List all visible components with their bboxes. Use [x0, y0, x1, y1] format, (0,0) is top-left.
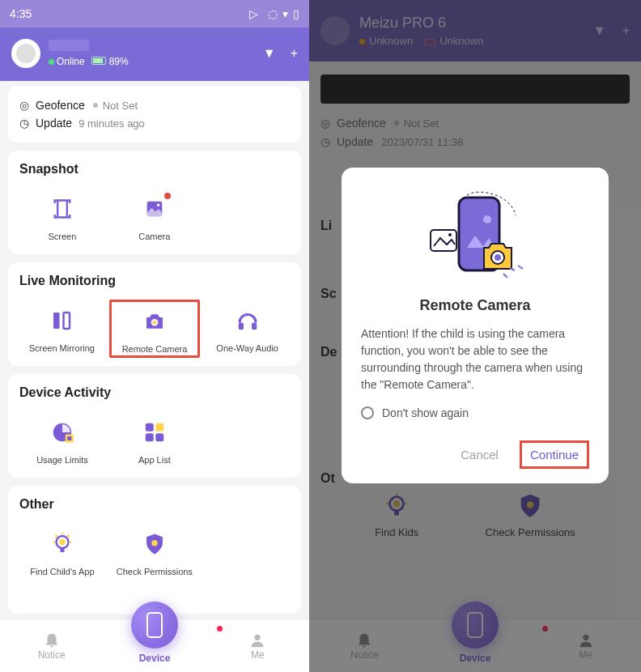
- svg-rect-12: [146, 423, 154, 432]
- svg-rect-15: [155, 433, 163, 441]
- shield-icon: [138, 528, 171, 560]
- svg-rect-3: [53, 313, 60, 329]
- nav-label: Device: [139, 653, 171, 664]
- screen-right: Meizu PRO 6 Unknown Unknown ▼ + ◎ Geofen…: [309, 0, 641, 672]
- snapshot-camera[interactable]: Camera: [108, 188, 201, 246]
- svg-point-17: [59, 539, 66, 546]
- geofence-icon: ◎: [19, 99, 36, 112]
- item-label: App List: [138, 455, 171, 465]
- avatar[interactable]: [11, 39, 40, 68]
- nav-label: Me: [251, 649, 265, 661]
- geofence-row[interactable]: ◎ Geofence Not Set: [19, 99, 290, 112]
- modal-body: Attention! If the child is using the cam…: [361, 325, 589, 393]
- section-title: Device Activity: [16, 385, 293, 400]
- live-monitoring-section: Live Monitoring Screen Mirroring Remote …: [8, 262, 301, 366]
- svg-rect-20: [50, 645, 53, 647]
- add-device-icon[interactable]: +: [291, 46, 298, 61]
- bulb-icon: [46, 528, 79, 560]
- device-activity-section: Device Activity Usage Limits App List: [8, 374, 301, 478]
- continue-button[interactable]: Continue: [520, 440, 589, 469]
- nav-device[interactable]: Device: [103, 619, 206, 672]
- one-way-audio[interactable]: One-Way Audio: [202, 300, 293, 358]
- dont-show-checkbox[interactable]: Don't show again: [361, 406, 589, 419]
- svg-point-6: [153, 321, 157, 325]
- bell-icon: [43, 632, 61, 649]
- update-row[interactable]: ◷ Update 9 minutes ago: [19, 117, 290, 130]
- notification-dot-icon: [217, 626, 223, 632]
- screen-mirroring[interactable]: Screen Mirroring: [16, 300, 108, 358]
- person-icon: [248, 632, 266, 649]
- status-time: 4:35: [10, 7, 32, 20]
- device-header: Online 89% ▼ +: [0, 28, 309, 81]
- circle-icon: ◌: [268, 7, 278, 20]
- radio-icon: [361, 406, 374, 419]
- item-label: Usage Limits: [36, 455, 88, 465]
- snapshot-section: Snapshot Screen Camera: [8, 151, 301, 254]
- screen-left: 4:35 ▷ ◌ ▾ ▯ Online 89% ▼ + ◎ Geofence N…: [0, 0, 309, 672]
- status-bar: 4:35 ▷ ◌ ▾ ▯: [0, 0, 309, 28]
- play-icon: ▷: [249, 7, 258, 20]
- usage-limits[interactable]: Usage Limits: [16, 411, 108, 470]
- other-section: Other Find Child's App Check Permissions: [8, 486, 301, 614]
- dropdown-caret-icon[interactable]: ▼: [263, 46, 276, 61]
- dont-show-label: Don't show again: [382, 406, 469, 419]
- svg-point-28: [483, 215, 491, 223]
- snapshot-screen[interactable]: Screen: [16, 188, 108, 246]
- svg-point-21: [255, 634, 261, 640]
- nav-device-button[interactable]: [131, 602, 178, 649]
- camera-polaroid-icon: [138, 193, 171, 225]
- find-childs-app[interactable]: Find Child's App: [16, 523, 108, 581]
- nav-label: Notice: [38, 649, 66, 661]
- svg-rect-8: [252, 323, 257, 330]
- svg-rect-14: [146, 433, 154, 441]
- remote-camera[interactable]: Remote Camera: [109, 300, 201, 358]
- modal-illustration: [361, 187, 589, 284]
- svg-rect-18: [60, 548, 64, 552]
- check-permissions[interactable]: Check Permissions: [108, 523, 201, 581]
- modal-title: Remote Camera: [361, 297, 589, 314]
- app-list-icon: [138, 416, 171, 449]
- svg-point-30: [448, 233, 452, 236]
- svg-rect-4: [64, 313, 70, 329]
- device-name-blurred: [49, 40, 89, 51]
- battery-status: 89%: [91, 56, 129, 67]
- svg-rect-7: [238, 323, 243, 330]
- camera-icon: [138, 305, 171, 338]
- headphones-icon: [231, 304, 264, 337]
- svg-point-19: [151, 540, 158, 547]
- battery-icon: ▯: [293, 7, 299, 20]
- usage-limits-icon: [46, 416, 79, 449]
- svg-rect-11: [67, 436, 71, 440]
- section-title: Other: [16, 497, 293, 512]
- remote-camera-modal: Remote Camera Attention! If the child is…: [342, 168, 609, 483]
- info-card: ◎ Geofence Not Set ◷ Update 9 minutes ag…: [8, 86, 301, 142]
- item-label: One-Way Audio: [216, 343, 278, 353]
- section-title: Snapshot: [16, 162, 293, 177]
- online-status: Online: [49, 56, 85, 67]
- section-title: Live Monitoring: [16, 274, 293, 288]
- item-label: Camera: [138, 232, 170, 241]
- item-label: Find Child's App: [30, 567, 94, 576]
- item-label: Screen: [49, 232, 77, 241]
- svg-rect-13: [155, 423, 163, 432]
- item-label: Remote Camera: [122, 344, 188, 354]
- item-label: Screen Mirroring: [29, 343, 95, 353]
- svg-point-32: [495, 254, 501, 261]
- nav-notice[interactable]: Notice: [0, 619, 103, 672]
- app-list[interactable]: App List: [108, 411, 201, 470]
- svg-point-2: [157, 204, 160, 207]
- clock-icon: ◷: [19, 117, 36, 130]
- badge-icon: [163, 191, 172, 201]
- svg-rect-0: [57, 201, 67, 218]
- item-label: Check Permissions: [117, 567, 193, 576]
- wifi-icon: ▾: [282, 7, 288, 20]
- screen-icon: [46, 193, 79, 225]
- cancel-button[interactable]: Cancel: [461, 448, 499, 461]
- mirroring-icon: [45, 304, 78, 337]
- bottom-nav: Notice Device Me: [0, 619, 309, 672]
